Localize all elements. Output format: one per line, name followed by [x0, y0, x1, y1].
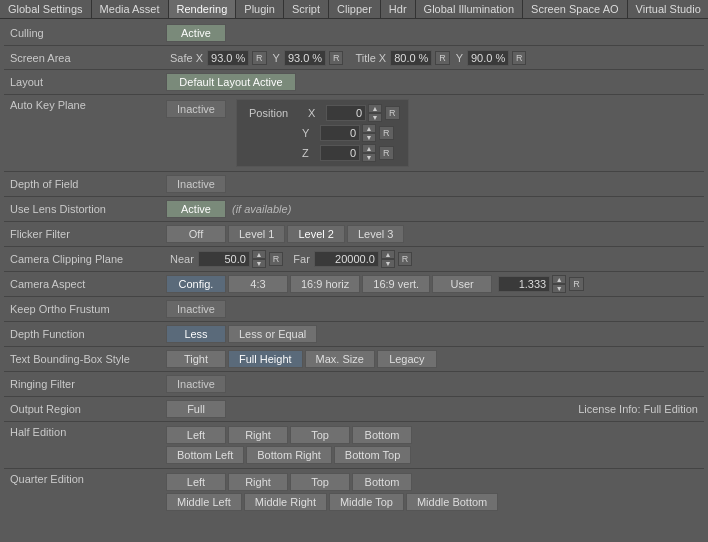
- half-bottomtop-btn[interactable]: Bottom Top: [334, 446, 411, 464]
- lens-distortion-row: Use Lens Distortion Active (if available…: [4, 197, 704, 222]
- title-y-label: Y: [456, 52, 463, 64]
- far-up[interactable]: ▲: [381, 250, 395, 259]
- camera-clipping-label: Camera Clipping Plane: [6, 253, 166, 265]
- half-bottom-btn[interactable]: Bottom: [352, 426, 412, 444]
- aspect-169h-btn[interactable]: 16:9 horiz: [290, 275, 360, 293]
- aspect-up[interactable]: ▲: [552, 275, 566, 284]
- title-x-input[interactable]: [390, 50, 432, 66]
- tab-clipper[interactable]: Clipper: [329, 0, 381, 18]
- bbox-fullheight-btn[interactable]: Full Height: [228, 350, 303, 368]
- lens-distortion-button[interactable]: Active: [166, 200, 226, 218]
- bbox-legacy-btn[interactable]: Legacy: [377, 350, 437, 368]
- quarter-row1: Left Right Top Bottom: [166, 473, 498, 491]
- license-info: License Info: Full Edition: [578, 403, 702, 415]
- culling-button[interactable]: Active: [166, 24, 226, 42]
- near-down[interactable]: ▼: [252, 259, 266, 268]
- safe-y-label: Y: [273, 52, 280, 64]
- far-input[interactable]: [314, 251, 379, 267]
- quarter-edition-grid: Left Right Top Bottom Middle Left Middle…: [166, 473, 498, 511]
- akp-x-row: Position X ▲ ▼ R: [245, 104, 400, 122]
- quarter-left-btn[interactable]: Left: [166, 473, 226, 491]
- akp-y-input[interactable]: [320, 125, 360, 141]
- akp-x-r[interactable]: R: [385, 106, 400, 120]
- bbox-tight-btn[interactable]: Tight: [166, 350, 226, 368]
- aspect-r[interactable]: R: [569, 277, 584, 291]
- half-edition-label: Half Edition: [6, 426, 166, 438]
- akp-x-arrows: ▲ ▼: [368, 104, 382, 122]
- flicker-off-btn[interactable]: Off: [166, 225, 226, 243]
- akp-x-down[interactable]: ▼: [368, 113, 382, 122]
- tab-hdr[interactable]: Hdr: [381, 0, 416, 18]
- tab-media-asset[interactable]: Media Asset: [92, 0, 169, 18]
- quarter-middleright-btn[interactable]: Middle Right: [244, 493, 327, 511]
- half-bottomleft-btn[interactable]: Bottom Left: [166, 446, 244, 464]
- aspect-value-input[interactable]: [498, 276, 550, 292]
- depth-less-equal-btn[interactable]: Less or Equal: [228, 325, 317, 343]
- akp-z-input[interactable]: [320, 145, 360, 161]
- safe-y-r-btn[interactable]: R: [329, 51, 344, 65]
- tab-global-illumination[interactable]: Global Illumination: [416, 0, 524, 18]
- flicker-filter-content: Off Level 1 Level 2 Level 3: [166, 225, 702, 243]
- auto-key-plane-button[interactable]: Inactive: [166, 100, 226, 118]
- title-x-r-btn[interactable]: R: [435, 51, 450, 65]
- tab-script[interactable]: Script: [284, 0, 329, 18]
- tab-rendering[interactable]: Rendering: [169, 0, 237, 18]
- tab-plugin[interactable]: Plugin: [236, 0, 284, 18]
- quarter-top-btn[interactable]: Top: [290, 473, 350, 491]
- far-down[interactable]: ▼: [381, 259, 395, 268]
- keep-ortho-button[interactable]: Inactive: [166, 300, 226, 318]
- half-top-btn[interactable]: Top: [290, 426, 350, 444]
- title-y-input[interactable]: [467, 50, 509, 66]
- tab-global-settings[interactable]: Global Settings: [0, 0, 92, 18]
- quarter-middleleft-btn[interactable]: Middle Left: [166, 493, 242, 511]
- half-row2: Bottom Left Bottom Right Bottom Top: [166, 446, 412, 464]
- screen-area-row: Screen Area Safe X R Y R Title X R Y R: [4, 46, 704, 70]
- aspect-config-btn[interactable]: Config.: [166, 275, 226, 293]
- safe-x-input[interactable]: [207, 50, 249, 66]
- title-y-r-btn[interactable]: R: [512, 51, 527, 65]
- ringing-filter-button[interactable]: Inactive: [166, 375, 226, 393]
- quarter-bottom-btn[interactable]: Bottom: [352, 473, 412, 491]
- depth-of-field-row: Depth of Field Inactive: [4, 172, 704, 197]
- akp-x-up[interactable]: ▲: [368, 104, 382, 113]
- quarter-right-btn[interactable]: Right: [228, 473, 288, 491]
- far-r[interactable]: R: [398, 252, 413, 266]
- near-input[interactable]: [198, 251, 250, 267]
- safe-x-r-btn[interactable]: R: [252, 51, 267, 65]
- half-left-btn[interactable]: Left: [166, 426, 226, 444]
- culling-label: Culling: [6, 27, 166, 39]
- safe-y-input[interactable]: [284, 50, 326, 66]
- bbox-maxsize-btn[interactable]: Max. Size: [305, 350, 375, 368]
- akp-z-r[interactable]: R: [379, 146, 394, 160]
- near-up[interactable]: ▲: [252, 250, 266, 259]
- akp-z-up[interactable]: ▲: [362, 144, 376, 153]
- flicker-level2-btn[interactable]: Level 2: [287, 225, 344, 243]
- layout-button[interactable]: Default Layout Active: [166, 73, 296, 91]
- aspect-user-btn[interactable]: User: [432, 275, 492, 293]
- aspect-down[interactable]: ▼: [552, 284, 566, 293]
- quarter-middlebottom-btn[interactable]: Middle Bottom: [406, 493, 498, 511]
- tab-screen-space-ao[interactable]: Screen Space AO: [523, 0, 627, 18]
- akp-x-input[interactable]: [326, 105, 366, 121]
- akp-y-down[interactable]: ▼: [362, 133, 376, 142]
- camera-clipping-content: Near ▲ ▼ R Far ▲ ▼ R: [166, 250, 702, 268]
- akp-y-up[interactable]: ▲: [362, 124, 376, 133]
- output-full-btn[interactable]: Full: [166, 400, 226, 418]
- quarter-middletop-btn[interactable]: Middle Top: [329, 493, 404, 511]
- aspect-169v-btn[interactable]: 16:9 vert.: [362, 275, 430, 293]
- akp-z-down[interactable]: ▼: [362, 153, 376, 162]
- aspect-43-btn[interactable]: 4:3: [228, 275, 288, 293]
- keep-ortho-content: Inactive: [166, 300, 702, 318]
- tab-virtual-studio[interactable]: Virtual Studio: [628, 0, 708, 18]
- half-bottomright-btn[interactable]: Bottom Right: [246, 446, 332, 464]
- culling-row: Culling Active: [4, 21, 704, 46]
- half-right-btn[interactable]: Right: [228, 426, 288, 444]
- depth-less-btn[interactable]: Less: [166, 325, 226, 343]
- tab-bar: Global Settings Media Asset Rendering Pl…: [0, 0, 708, 19]
- depth-of-field-button[interactable]: Inactive: [166, 175, 226, 193]
- akp-y-r[interactable]: R: [379, 126, 394, 140]
- flicker-level3-btn[interactable]: Level 3: [347, 225, 404, 243]
- flicker-level1-btn[interactable]: Level 1: [228, 225, 285, 243]
- far-arrows: ▲ ▼: [381, 250, 395, 268]
- near-r[interactable]: R: [269, 252, 284, 266]
